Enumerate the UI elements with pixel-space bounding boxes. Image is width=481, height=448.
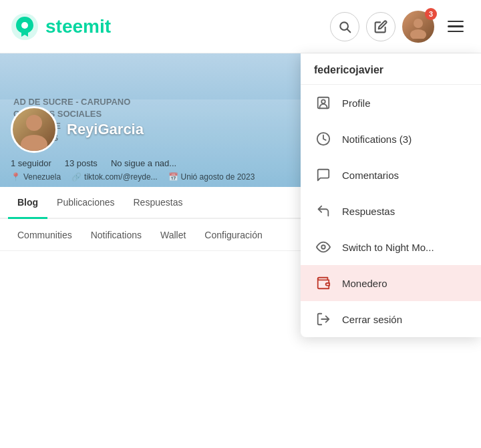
dropdown-item-comentarios[interactable]: Comentarios bbox=[301, 157, 481, 193]
hamburger-line-1 bbox=[448, 21, 464, 23]
location-meta: 📍 Venezuela bbox=[11, 172, 61, 182]
profile-name: ReyiGarcia bbox=[67, 121, 144, 138]
dropdown-item-logout[interactable]: Cerrar sesión bbox=[301, 301, 481, 337]
svg-point-5 bbox=[410, 29, 426, 39]
edit-button[interactable] bbox=[366, 12, 395, 41]
respuestas-label: Respuestas bbox=[342, 206, 395, 217]
dropdown-item-respuestas[interactable]: Respuestas bbox=[301, 193, 481, 229]
notifications-icon bbox=[314, 130, 333, 148]
hamburger-line-2 bbox=[448, 25, 464, 27]
hamburger-line-3 bbox=[448, 31, 464, 33]
following-count: No sigue a nad... bbox=[111, 158, 176, 168]
nav-wallet[interactable]: Wallet bbox=[151, 219, 195, 251]
dropdown-item-nightmode[interactable]: Switch to Night Mo... bbox=[301, 229, 481, 265]
dropdown-menu: federicojavier Profile Notifications (3)… bbox=[301, 53, 481, 337]
calendar-icon: 📅 bbox=[168, 172, 178, 182]
location-icon: 📍 bbox=[11, 172, 21, 182]
joined-meta: 📅 Unió agosto de 2023 bbox=[168, 172, 255, 182]
tab-publicaciones[interactable]: Publicaciones bbox=[47, 187, 124, 219]
notifications-label: Notifications (3) bbox=[342, 134, 412, 145]
logout-label: Cerrar sesión bbox=[342, 314, 402, 325]
followers-count: 1 seguidor bbox=[11, 158, 51, 168]
svg-point-9 bbox=[321, 99, 325, 103]
steemit-logo-icon bbox=[11, 13, 39, 41]
tab-blog[interactable]: Blog bbox=[8, 187, 47, 219]
tab-respuestas[interactable]: Respuestas bbox=[124, 187, 192, 219]
svg-point-6 bbox=[26, 115, 42, 131]
comentarios-label: Comentarios bbox=[342, 170, 399, 181]
link-icon: 🔗 bbox=[71, 172, 82, 182]
profile-label: Profile bbox=[342, 97, 371, 109]
svg-point-1 bbox=[21, 22, 28, 29]
app-name: steemit bbox=[45, 16, 111, 37]
comentarios-icon bbox=[314, 166, 333, 184]
location-text: Venezuela bbox=[23, 172, 61, 182]
search-button[interactable] bbox=[330, 12, 359, 41]
respuestas-icon bbox=[314, 202, 333, 220]
header: steemit 3 bbox=[0, 0, 481, 53]
profile-icon bbox=[314, 93, 333, 112]
avatar-container: 3 bbox=[402, 11, 434, 43]
nightmode-label: Switch to Night Mo... bbox=[342, 242, 434, 253]
profile-avatar bbox=[11, 106, 57, 153]
dropdown-item-monedero[interactable]: Monedero bbox=[301, 265, 481, 301]
nav-notifications[interactable]: Notifications bbox=[82, 219, 151, 251]
header-actions: 3 bbox=[330, 11, 470, 43]
dropdown-item-profile[interactable]: Profile bbox=[301, 85, 481, 121]
monedero-label: Monedero bbox=[342, 278, 387, 289]
dropdown-item-notifications[interactable]: Notifications (3) bbox=[301, 121, 481, 157]
wallet-icon bbox=[314, 274, 333, 292]
joined-text: Unió agosto de 2023 bbox=[181, 172, 255, 182]
posts-count: 13 posts bbox=[65, 158, 98, 168]
nav-configuracion[interactable]: Configuración bbox=[195, 219, 271, 251]
logout-icon bbox=[314, 310, 333, 328]
nightmode-icon bbox=[314, 238, 333, 256]
notification-badge: 3 bbox=[425, 8, 437, 20]
logo-area: steemit bbox=[11, 13, 111, 41]
svg-line-3 bbox=[347, 29, 351, 32]
svg-point-4 bbox=[414, 19, 423, 28]
svg-point-11 bbox=[321, 245, 325, 249]
nav-communities[interactable]: Communities bbox=[8, 219, 82, 251]
hamburger-button[interactable] bbox=[441, 12, 470, 41]
svg-point-7 bbox=[21, 135, 47, 151]
tiktok-text: tiktok.com/@reyde... bbox=[84, 172, 158, 182]
tiktok-meta: 🔗 tiktok.com/@reyde... bbox=[71, 172, 158, 182]
dropdown-username: federicojavier bbox=[301, 53, 481, 85]
